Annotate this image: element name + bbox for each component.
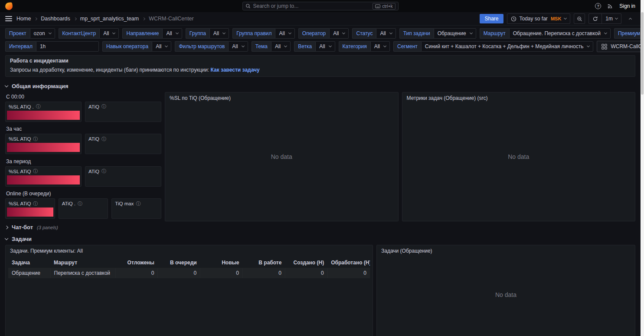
variable-task-type: Тип задачи Обращение: [399, 28, 476, 39]
variable-segment-dropdown[interactable]: Синий кит + Кашалот + Косатка + Дельфин …: [421, 41, 594, 52]
variable-topic-dropdown[interactable]: All: [271, 41, 291, 52]
variable-project-dropdown[interactable]: ozon: [30, 28, 55, 39]
no-data-message: No data: [508, 153, 529, 160]
stat-panel-atiq-period[interactable]: ATiQⓘ: [85, 166, 161, 187]
col-header-processed[interactable]: Обработано (Н): [327, 257, 370, 268]
variable-direction-dropdown[interactable]: All: [162, 28, 182, 39]
variable-status-label: Статус: [352, 28, 376, 39]
variable-operator-dropdown[interactable]: All: [329, 28, 349, 39]
breadcrumb-team[interactable]: mp_sprt_analytics_team: [80, 16, 139, 22]
sign-in-button[interactable]: Sign in: [619, 3, 635, 9]
search-bar[interactable]: ctrl+k: [242, 2, 399, 10]
col-header-postponed[interactable]: Отложены: [115, 257, 158, 268]
panel-title[interactable]: Метрики задач (Обращение) (src): [402, 92, 635, 104]
variable-task-type-dropdown[interactable]: Обращение: [434, 28, 476, 39]
variable-route-dropdown[interactable]: Обращение. Переписка с доставкой: [509, 28, 611, 39]
refresh-interval-label: 1m: [605, 16, 613, 22]
row-header-chatbot[interactable]: Чат-бот (3 panels): [0, 221, 641, 233]
variable-branch-dropdown[interactable]: All: [315, 41, 335, 52]
variable-category: Категория All: [339, 41, 390, 52]
info-icon[interactable]: ⓘ: [101, 137, 106, 142]
stat-row-online: %SL ATiQⓘ ATiQ .ⓘ TiQ maxⓘ: [5, 198, 161, 219]
chevron-up-icon: [628, 18, 631, 21]
shortcut-text: ctrl+k: [382, 4, 392, 9]
refresh-button[interactable]: [589, 14, 602, 23]
info-icon[interactable]: ⓘ: [78, 201, 82, 206]
search-input[interactable]: [253, 3, 370, 9]
variable-interval-input[interactable]: [36, 41, 99, 52]
variable-rule-group-dropdown[interactable]: All: [275, 28, 294, 39]
time-range-picker[interactable]: Today so far MSK: [507, 13, 571, 24]
create-task-link[interactable]: Как завести задачу: [211, 67, 260, 73]
variable-operator-skill-dropdown[interactable]: All: [152, 41, 171, 52]
refresh-icon: [592, 16, 598, 22]
stat-panel-atiq-hour[interactable]: ATiQⓘ: [85, 134, 161, 154]
keyboard-shortcut-badge: ctrl+k: [373, 3, 395, 10]
info-icon[interactable]: ⓘ: [36, 104, 41, 109]
variable-category-dropdown[interactable]: All: [370, 41, 390, 52]
col-header-route[interactable]: Маршрут: [50, 257, 115, 268]
variable-topic-label: Тема: [252, 41, 271, 52]
variable-contact-center-dropdown[interactable]: All: [99, 28, 119, 39]
variable-route-filter-dropdown[interactable]: All: [228, 41, 248, 52]
info-icon[interactable]: ⓘ: [33, 137, 38, 142]
topbar-right: ? Sign in: [595, 3, 635, 9]
zoom-out-button[interactable]: [574, 13, 585, 24]
cell-in-progress: 0: [242, 268, 285, 278]
variable-segment-label: Сегмент: [393, 41, 421, 52]
help-icon[interactable]: ?: [595, 3, 601, 9]
gauge-bar: [7, 143, 80, 152]
collapse-controls-button[interactable]: [625, 13, 635, 24]
share-button[interactable]: Share: [480, 14, 503, 23]
col-header-new[interactable]: Новые: [200, 257, 243, 268]
table-row: Обращение Переписка с доставкой 0 0 0 0 …: [8, 268, 370, 278]
stat-panel-sl-atiq-period[interactable]: %SL ATiQⓘ: [5, 166, 82, 187]
stat-row-hour: %SL ATiQⓘ ATiQⓘ: [5, 134, 161, 154]
row-header-tasks[interactable]: Задачи: [0, 233, 641, 245]
grafana-logo-icon[interactable]: [5, 2, 13, 10]
panel-title[interactable]: %SL по TiQ (Обращение): [165, 92, 398, 104]
variable-branch: Ветка All: [294, 41, 335, 52]
col-header-task[interactable]: Задача: [8, 257, 50, 268]
task-metrics-chart-panel[interactable]: Метрики задач (Обращение) (src) No data: [402, 92, 636, 221]
search-icon: [245, 3, 251, 9]
no-data-message: No data: [495, 291, 517, 298]
panel-title[interactable]: Задачи (Обращение): [377, 245, 635, 257]
stat-panel-sl-atiq-today[interactable]: %SL ATiQ .ⓘ: [5, 102, 82, 122]
info-icon[interactable]: ⓘ: [136, 201, 141, 206]
info-icon[interactable]: ⓘ: [101, 104, 106, 109]
stat-panel-atiq-online[interactable]: ATiQ .ⓘ: [59, 198, 108, 219]
info-icon[interactable]: ⓘ: [33, 201, 38, 206]
col-header-in-queue[interactable]: В очереди: [158, 257, 200, 268]
col-header-in-progress[interactable]: В работе: [242, 257, 285, 268]
marketplace-dashboard-link[interactable]: WCRM-CallCenter-Marketplace: [597, 41, 641, 52]
stat-panels-column: С 00:00 %SL ATiQ .ⓘ ATiQⓘ За час %SL ATi…: [5, 92, 161, 221]
tasks-chart-panel[interactable]: Задачи (Обращение) No data: [376, 245, 635, 336]
gauge-bar: [7, 208, 53, 217]
variable-status-dropdown[interactable]: All: [376, 28, 396, 39]
section-label-since-midnight: С 00:00: [5, 92, 161, 102]
breadcrumb-dashboards[interactable]: Dashboards: [41, 16, 70, 22]
variable-interval-label: Интервал: [5, 41, 36, 52]
panel-title[interactable]: Задачи. Премиум клиенты: All: [6, 245, 373, 257]
stat-panel-sl-atiq-online[interactable]: %SL ATiQⓘ: [5, 198, 55, 219]
breadcrumb-home[interactable]: Home: [16, 16, 31, 22]
refresh-interval-dropdown[interactable]: 1m: [602, 14, 621, 23]
menu-hamburger-icon[interactable]: [5, 16, 12, 21]
info-icon[interactable]: ⓘ: [33, 169, 38, 174]
row-header-general-info[interactable]: Общая информация: [0, 80, 641, 92]
variable-group-dropdown[interactable]: All: [209, 28, 229, 39]
row-panels-count: (3 panels): [37, 225, 58, 230]
news-rss-icon[interactable]: [607, 3, 613, 9]
stat-panel-atiq-today[interactable]: ATiQⓘ: [85, 102, 161, 122]
col-header-created[interactable]: Создано (Н): [285, 257, 327, 268]
stat-panel-tiq-max-online[interactable]: TiQ maxⓘ: [111, 198, 161, 219]
scrollbar[interactable]: [641, 0, 644, 336]
sl-tiq-chart-panel[interactable]: %SL по TiQ (Обращение) No data: [165, 92, 399, 221]
cell-postponed: 0: [115, 268, 158, 278]
scrollbar-thumb[interactable]: [641, 12, 644, 95]
chevron-down-icon: [284, 44, 287, 47]
stat-panel-sl-atiq-hour[interactable]: %SL ATiQⓘ: [5, 134, 82, 154]
info-icon[interactable]: ⓘ: [101, 169, 106, 174]
stat-row-since-midnight: %SL ATiQ .ⓘ ATiQⓘ: [5, 102, 161, 122]
